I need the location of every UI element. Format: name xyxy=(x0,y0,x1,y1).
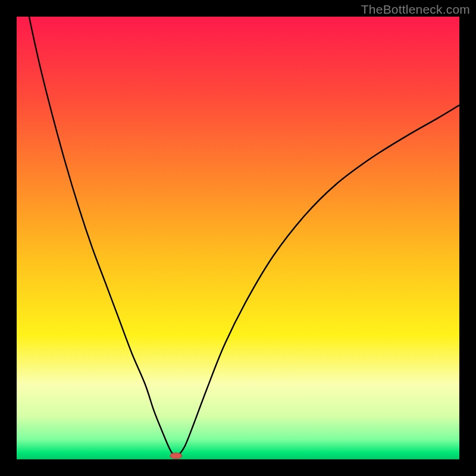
curve-left-branch xyxy=(17,17,174,456)
chart-frame: TheBottleneck.com xyxy=(0,0,476,476)
plot-area xyxy=(17,17,459,459)
optimal-point-marker xyxy=(170,453,182,459)
watermark-text: TheBottleneck.com xyxy=(361,2,470,17)
curve-right-branch xyxy=(178,105,459,456)
bottleneck-curve xyxy=(17,17,459,459)
